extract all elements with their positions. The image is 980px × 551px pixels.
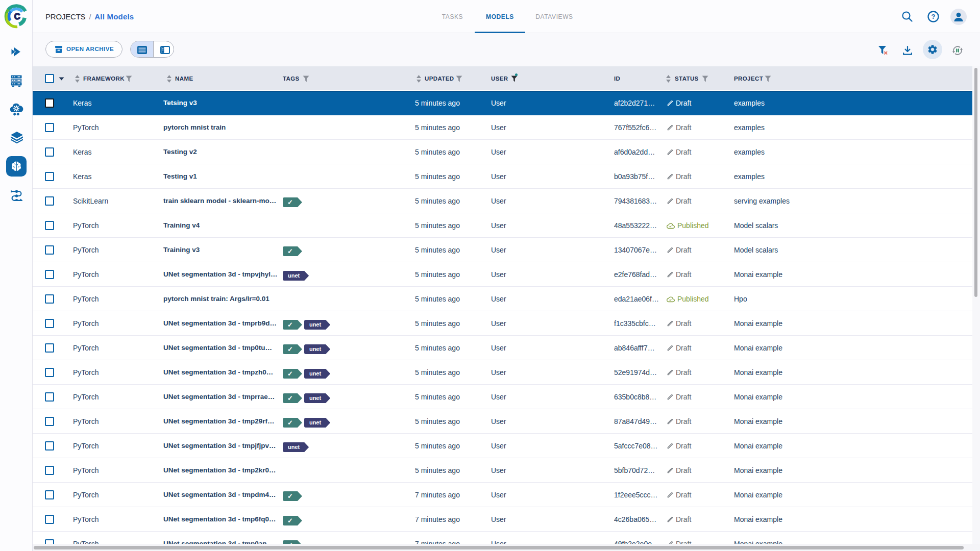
svg-text:?: ? bbox=[932, 13, 936, 20]
svg-text:C: C bbox=[14, 12, 20, 21]
